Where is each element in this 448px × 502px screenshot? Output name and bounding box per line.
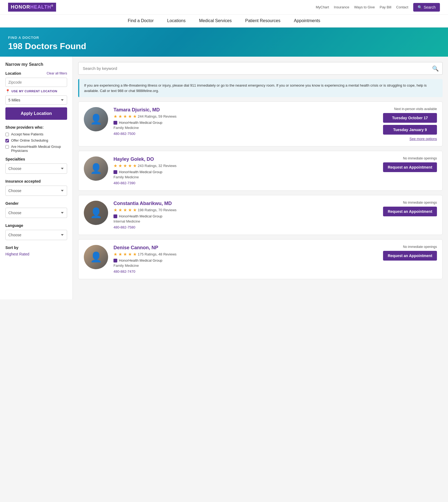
insurance-label: Insurance accepted: [5, 179, 67, 183]
location-label: Location Clear all filters: [5, 71, 67, 76]
doctor-phone[interactable]: 480-882-7390: [113, 181, 135, 185]
doctor-specialty: Family Medicine: [113, 264, 378, 268]
zipcode-input[interactable]: [5, 78, 67, 87]
no-openings-label: No immediate openings: [403, 156, 437, 160]
star-filled-icon: ★: [133, 207, 137, 213]
group-icon: [113, 170, 117, 174]
appointment-date-button[interactable]: Tuesday January 9: [383, 125, 437, 135]
doctor-phone[interactable]: 480-882-7580: [113, 225, 135, 229]
clear-filters-link[interactable]: Clear all filters: [47, 71, 67, 75]
request-appointment-button[interactable]: Request an Appointment: [383, 251, 437, 261]
star-filled-icon: ★: [113, 207, 117, 213]
star-filled-icon: ★: [128, 114, 132, 119]
next-visits-label: Next in-person visits available: [394, 107, 437, 111]
sort-by-section: Sort by Highest Rated: [5, 245, 67, 256]
nav-locations[interactable]: Locations: [167, 18, 186, 23]
doctor-specialty: Family Medicine: [113, 175, 378, 179]
doctor-name[interactable]: Tamara Djurisic, MD: [113, 107, 378, 113]
request-appointment-button[interactable]: Request an Appointment: [383, 162, 437, 172]
current-location-link[interactable]: 📍 USE MY CURRENT LOCATION: [5, 89, 67, 93]
language-label: Language: [5, 223, 67, 228]
ratings-text: 244 Ratings, 59 Reviews: [138, 114, 177, 118]
star-half-icon: ★: [133, 114, 137, 119]
star-filled-icon: ★: [128, 163, 132, 168]
mychart-link[interactable]: MyChart: [316, 5, 329, 9]
doctor-group: HonorHealth Medical Group: [113, 121, 378, 125]
keyword-search-input[interactable]: [78, 62, 443, 75]
nav-find-doctor[interactable]: Find a Doctor: [128, 18, 154, 23]
request-appointment-button[interactable]: Request an Appointment: [383, 207, 437, 216]
specialties-label: Specialties: [5, 157, 67, 161]
sidebar-title: Narrow my Search: [5, 62, 67, 67]
doctor-phone[interactable]: 480-882-7470: [113, 269, 135, 274]
doctor-name[interactable]: Denise Cannon, NP: [113, 245, 378, 251]
top-links: MyChart Insurance Ways to Give Pay Bill …: [316, 3, 440, 12]
doctor-phone[interactable]: 480-882-7500: [113, 132, 135, 136]
pay-bill-link[interactable]: Pay Bill: [380, 5, 391, 9]
appointment-column: No immediate openingsRequest an Appointm…: [383, 156, 437, 172]
search-button[interactable]: 🔍 Search: [413, 3, 440, 12]
sort-by-value[interactable]: Highest Rated: [5, 252, 67, 256]
search-icon: 🔍: [418, 5, 422, 9]
specialties-select[interactable]: Choose: [5, 163, 67, 174]
group-icon: [113, 121, 117, 125]
doctor-group: HonorHealth Medical Group: [113, 214, 378, 218]
contact-link[interactable]: Contact: [396, 5, 408, 9]
location-filter: Location Clear all filters 📍 USE MY CURR…: [5, 71, 67, 120]
doctor-card: 👤 Tamara Djurisic, MD ★★★★★ 244 Ratings,…: [78, 101, 443, 146]
logo: HONORHEALTH®: [8, 3, 56, 12]
appointment-column: No immediate openingsRequest an Appointm…: [383, 201, 437, 216]
star-filled-icon: ★: [123, 114, 127, 119]
gender-select[interactable]: Choose: [5, 208, 67, 218]
star-half-icon: ★: [133, 163, 137, 168]
sidebar: Narrow my Search Location Clear all filt…: [0, 57, 73, 299]
doctor-avatar: 👤: [84, 107, 108, 131]
insurance-filter: Insurance accepted Choose: [5, 179, 67, 196]
star-filled-icon: ★: [118, 163, 122, 168]
ways-to-give-link[interactable]: Ways to Give: [354, 5, 375, 9]
see-more-options-link[interactable]: See more options: [409, 137, 437, 141]
location-pin-icon: 📍: [5, 89, 10, 93]
main-content: 🔍 If you are experiencing a life-threate…: [73, 57, 448, 299]
star-filled-icon: ★: [113, 114, 117, 119]
apply-location-button[interactable]: Apply Location: [5, 107, 67, 120]
group-icon: [113, 259, 117, 262]
doctor-info: Denise Cannon, NP ★★★★★ 175 Ratings, 48 …: [113, 245, 378, 274]
search-magnifier-icon: 🔍: [432, 66, 439, 71]
doctor-info: Constantia Abarikwu, MD ★★★★★ 198 Rating…: [113, 201, 378, 229]
doctor-name[interactable]: Hayley Golek, DO: [113, 156, 378, 162]
language-filter: Language Choose: [5, 223, 67, 240]
nav-appointments[interactable]: Appointments: [294, 18, 320, 23]
ratings-text: 198 Ratings, 70 Reviews: [138, 208, 177, 212]
star-filled-icon: ★: [133, 252, 137, 257]
star-filled-icon: ★: [118, 207, 122, 213]
sort-by-label: Sort by: [5, 245, 67, 250]
appointment-date-button[interactable]: Tuesday October 17: [383, 113, 437, 123]
main-nav: Find a Doctor Locations Medical Services…: [0, 15, 448, 28]
doctor-name[interactable]: Constantia Abarikwu, MD: [113, 201, 378, 206]
doctor-info: Tamara Djurisic, MD ★★★★★ 244 Ratings, 5…: [113, 107, 378, 136]
insurance-link[interactable]: Insurance: [334, 5, 349, 9]
doctor-info: Hayley Golek, DO ★★★★★ 243 Ratings, 32 R…: [113, 156, 378, 185]
nav-medical-services[interactable]: Medical Services: [199, 18, 232, 23]
gender-filter: Gender Choose: [5, 201, 67, 218]
honorhealth-physicians-checkbox[interactable]: Are HonorHealth Medical Group Physicians: [5, 145, 67, 153]
breadcrumb: FIND A DOCTOR: [8, 36, 440, 40]
miles-select[interactable]: 5 Miles 10 Miles 25 Miles 50 Miles: [5, 95, 67, 105]
offer-online-scheduling-checkbox[interactable]: Offer Online Scheduling: [5, 138, 67, 142]
nav-patient-resources[interactable]: Patient Resources: [245, 18, 280, 23]
gender-label: Gender: [5, 201, 67, 206]
insurance-select[interactable]: Choose: [5, 186, 67, 196]
doctor-list: 👤 Tamara Djurisic, MD ★★★★★ 244 Ratings,…: [78, 101, 443, 279]
keyword-search-button[interactable]: 🔍: [432, 65, 439, 72]
doctor-group: HonorHealth Medical Group: [113, 170, 378, 174]
no-openings-label: No immediate openings: [403, 245, 437, 249]
star-filled-icon: ★: [128, 252, 132, 257]
doctor-stars: ★★★★★ 244 Ratings, 59 Reviews: [113, 114, 378, 119]
doctor-card: 👤 Constantia Abarikwu, MD ★★★★★ 198 Rati…: [78, 195, 443, 235]
accept-new-patients-checkbox[interactable]: Accept New Patients: [5, 132, 67, 136]
doctor-specialty: Family Medicine: [113, 126, 378, 130]
language-select[interactable]: Choose: [5, 230, 67, 240]
main-layout: Narrow my Search Location Clear all filt…: [0, 57, 448, 299]
doctor-card: 👤 Denise Cannon, NP ★★★★★ 175 Ratings, 4…: [78, 239, 443, 279]
